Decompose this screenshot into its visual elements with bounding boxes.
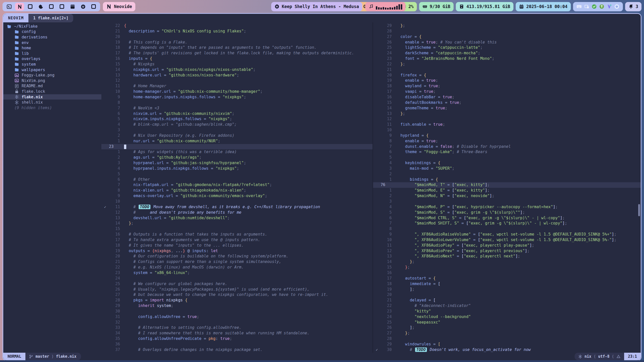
code-line[interactable]: 9 emacs-overlay.url = "github:nix-commun…: [101, 193, 373, 199]
code-line[interactable]: 13 ", XF86AudioNext" = ["exec, playerctl…: [373, 254, 641, 259]
code-line[interactable]: 4 keybindings = {: [373, 160, 641, 166]
code-line[interactable]: 23 "kitty": [373, 309, 641, 314]
tree-item-config[interactable]: config: [3, 29, 101, 35]
code-line[interactable]: 25 lightScheme = "catppuccin-latte";: [373, 45, 641, 51]
code-line[interactable]: 2 ags.url = "github:Aylur/ags";: [101, 155, 373, 160]
code-line[interactable]: 1 nur.url = "github:nix-community/NUR";: [101, 139, 373, 144]
tree-item-nixvim-png[interactable]: NixVim.png: [3, 78, 101, 83]
code-line[interactable]: 12: [101, 78, 373, 83]
code-line[interactable]: 13 devshell.url = "github:numtide/devshe…: [101, 215, 373, 221]
code-line[interactable]: 2 "$mainMod, N" = ["exec, neovide"];: [373, 193, 641, 199]
code-line[interactable]: 26 enable = true; # You can't disable th…: [373, 40, 641, 45]
code-line[interactable]: 24 darkScheme = "catppuccin-mocha";: [373, 51, 641, 56]
tree-item-home[interactable]: home: [3, 45, 101, 51]
code-line[interactable]: 10 home-manager.url = "github:nix-commun…: [101, 89, 373, 95]
code-line[interactable]: 4 hyprpanel.inputs.nixpkgs.follows = "ni…: [101, 166, 373, 171]
vesktop-icon[interactable]: [607, 4, 612, 9]
code-line[interactable]: 6 # Other: [101, 177, 373, 183]
code-line[interactable]: 18 # It depends on "inputs" that are pas…: [101, 45, 373, 51]
code-line[interactable]: 5 "$mainMod, S" = ["exec, grim -g \"$(sl…: [373, 210, 641, 215]
code-line[interactable]: 9 hyprland = {: [373, 133, 641, 139]
code-line[interactable]: 3 hyprpanel.url = "github:jas-singhfsu/h…: [101, 160, 373, 166]
code-line[interactable]: 6 theme = "Foggy-Lake"; # Three-Bears: [373, 149, 641, 155]
workspace-neovim[interactable]: [15, 3, 24, 11]
code-line[interactable]: 26 ];: [373, 325, 641, 331]
code-line[interactable]: 10: [101, 199, 373, 204]
tree-item-env[interactable]: env: [3, 40, 101, 46]
tree-item-lib[interactable]: lib: [3, 51, 101, 56]
code-line[interactable]: 5: [101, 171, 373, 177]
sync-check-icon[interactable]: [591, 4, 597, 9]
tree-item-derivations[interactable]: derivations: [3, 34, 101, 40]
code-line[interactable]: 17 # To handle extra arguments we use th…: [101, 237, 373, 243]
code-line[interactable]: 21 description = "ChUrl's NixOS config u…: [101, 29, 373, 34]
tree-item-wallpapers[interactable]: wallpapers: [3, 67, 101, 73]
code-line[interactable]: 6 nixvim.url = "github:nix-community/nix…: [101, 111, 373, 117]
code-line[interactable]: 15 # Nixpkgs: [101, 62, 373, 67]
code-line[interactable]: 8: [101, 100, 373, 106]
code-line[interactable]: 28: [373, 29, 641, 34]
code-line[interactable]: 9 home-manager.inputs.nixpkgs.follows = …: [101, 95, 373, 100]
tree-item-system[interactable]: system: [3, 62, 101, 67]
code-line[interactable]: 25 "keepassxc": [373, 320, 641, 325]
code-line[interactable]: 22{: [101, 23, 373, 29]
code-line[interactable]: 10 ", XF86AudioLowerVolume" = ["exec, wp…: [373, 237, 641, 243]
keyboard-icon[interactable]: [576, 4, 582, 9]
code-line[interactable]: 23 font = "JetBrainsMono Nerd Font Mono"…: [373, 56, 641, 62]
tree-item--9-hidden-items-[interactable]: (9 hidden items): [3, 105, 101, 111]
code-line[interactable]: 19 enable = true;: [373, 78, 641, 83]
code-line[interactable]: 21 delayed = [: [373, 298, 641, 303]
editor-pane-right[interactable]: 29 };2827 color = {26 enable = true; # Y…: [373, 22, 641, 353]
code-line[interactable]: 21 # Configs can support more than a sin…: [101, 259, 373, 265]
code-line[interactable]: 18 # It gives the name "inputs" to the .…: [101, 243, 373, 248]
tree-item-overlays[interactable]: overlays: [3, 56, 101, 62]
code-line[interactable]: 4 # blink-cmp.url = "github:saghen/blink…: [101, 122, 373, 127]
memory-pill[interactable]: 9/30 GiB: [419, 2, 454, 11]
code-line[interactable]: 13 hardware.url = "github:nixos/nixos-ha…: [101, 73, 373, 78]
code-line[interactable]: 76 "$mainMod, T" = ["exec, kitty"];: [373, 182, 641, 188]
code-line[interactable]: 4 "$mainMod, P" = ["exec, hyprpicker --a…: [373, 204, 641, 210]
code-line[interactable]: 20 # Our configuration is buildable on t…: [101, 254, 373, 259]
code-line[interactable]: 14 };: [373, 259, 641, 265]
workspace-dot[interactable]: [89, 3, 98, 11]
code-line[interactable]: 25 # We configure our global packages he…: [101, 281, 373, 287]
code-line[interactable]: 14 gnomeTheme = true;: [373, 106, 641, 111]
code-line[interactable]: 15: [101, 226, 373, 232]
code-line[interactable]: 20: [101, 34, 373, 40]
tab-neovim[interactable]: NEOVIM: [3, 14, 28, 22]
code-line[interactable]: 22 # e.g. NixOS (linux) and MacOS (darwi…: [101, 265, 373, 270]
workspace-firefox[interactable]: [36, 3, 45, 11]
code-line[interactable]: 19 ];: [373, 287, 641, 292]
code-line[interactable]: 3: [373, 199, 641, 204]
code-line[interactable]: 15 defaultBookmarks = true;: [373, 100, 641, 106]
editor-pane-left[interactable]: 22{21 description = "ChUrl's NixOS confi…: [101, 22, 373, 353]
scrollbar-thumb[interactable]: [638, 204, 640, 216]
code-line[interactable]: 12: [373, 116, 641, 122]
code-line[interactable]: 7 nix-flatpak.url = "github:gmodena/nix-…: [101, 182, 373, 188]
code-line[interactable]: 3 main-mod = "SUPER";: [373, 166, 641, 171]
code-line[interactable]: 17 autostart = {: [373, 276, 641, 281]
code-line[interactable]: 16: [373, 270, 641, 276]
code-line[interactable]: 15 };: [373, 265, 641, 270]
visualizer-pill[interactable]: [365, 2, 406, 11]
workspace-files[interactable]: [68, 3, 77, 11]
workspace-terminal[interactable]: [5, 3, 14, 11]
workspace-dot[interactable]: [57, 3, 66, 11]
code-line[interactable]: 27 # but because we want to change the n…: [101, 292, 373, 298]
code-line[interactable]: 14 nixpkgs.url = "github:nixos/nixpkgs/n…: [101, 67, 373, 73]
code-line[interactable]: 11 ", XF86AudioPlay" = ["exec, playerctl…: [373, 243, 641, 248]
code-line[interactable]: 12 ", XF86AudioPrev" = ["exec, playerctl…: [373, 248, 641, 254]
code-line[interactable]: 23 system = "x86_64-linux";: [101, 270, 373, 276]
code-line[interactable]: 8: [373, 226, 641, 232]
code-line[interactable]: 29 };: [373, 23, 641, 29]
clock-pill[interactable]: 2025-06-18 00:04: [516, 2, 571, 11]
code-line[interactable]: 1 "$mainMod, E" = ["exec, kitty"];: [373, 188, 641, 193]
code-line[interactable]: 22 };: [373, 62, 641, 67]
window-title-pill[interactable]: Neovide: [103, 2, 135, 11]
code-line[interactable]: 29 windowrules = [: [373, 342, 641, 347]
code-line[interactable]: 19 outputs = {nixpkgs, ...} @ inputs: le…: [101, 248, 373, 254]
code-line[interactable]: 5 nixvim.inputs.nixpkgs.follows = "nixpk…: [101, 116, 373, 122]
tree-item-flake-nix[interactable]: flake.nix: [3, 94, 101, 100]
tab-flake-nix[interactable]: 1 flake.nix[2+]: [28, 14, 73, 22]
now-playing-pill[interactable]: Keep Shelly In Athens - Medusa: [271, 2, 362, 11]
